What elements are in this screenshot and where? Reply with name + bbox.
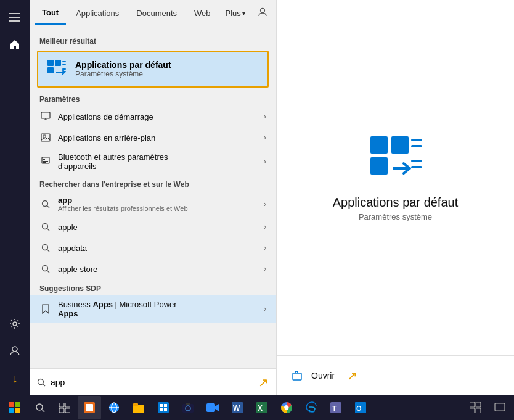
svg-rect-9 bbox=[62, 61, 66, 62]
arrow-right-icon: › bbox=[264, 305, 266, 313]
best-result-icon bbox=[46, 58, 68, 80]
list-item[interactable]: Applications en arrière-plan › bbox=[30, 127, 276, 148]
svg-point-22 bbox=[43, 245, 48, 250]
svg-rect-8 bbox=[55, 60, 61, 66]
start-button[interactable] bbox=[2, 396, 27, 419]
svg-rect-33 bbox=[293, 373, 301, 380]
list-item[interactable]: app Afficher les résultats professionnel… bbox=[30, 191, 276, 216]
svg-rect-40 bbox=[65, 403, 70, 407]
svg-rect-49 bbox=[133, 403, 138, 406]
svg-rect-0 bbox=[9, 13, 20, 14]
tab-documents[interactable]: Documents bbox=[129, 2, 184, 24]
arrow-right-icon: › bbox=[264, 223, 266, 231]
chevron-down-icon: ▾ bbox=[242, 10, 245, 17]
taskbar-apps: W X T O bbox=[78, 396, 462, 419]
svg-rect-36 bbox=[9, 408, 14, 413]
taskbar-paint[interactable] bbox=[78, 396, 101, 419]
svg-rect-72 bbox=[470, 408, 475, 413]
taskbar-chrome[interactable] bbox=[275, 396, 298, 419]
detail-subtitle: Paramètres système bbox=[359, 212, 432, 221]
svg-rect-30 bbox=[411, 160, 422, 162]
tab-applications[interactable]: Applications bbox=[68, 2, 126, 24]
svg-text:W: W bbox=[233, 404, 240, 413]
list-item[interactable]: apple › bbox=[30, 216, 276, 237]
arrow-right-icon: › bbox=[264, 157, 266, 166]
taskbar-camera[interactable] bbox=[176, 396, 200, 419]
detail-title: Applications par défaut bbox=[333, 196, 458, 210]
taskbar-ie[interactable] bbox=[102, 396, 126, 419]
tab-tout[interactable]: Tout bbox=[35, 2, 66, 25]
search-arrow-indicator: ↗ bbox=[258, 375, 269, 390]
detail-actions: Ouvrir ↗ bbox=[277, 356, 514, 395]
person-icon[interactable] bbox=[255, 5, 270, 22]
sidebar-home-icon[interactable] bbox=[2, 32, 27, 57]
tab-web[interactable]: Web bbox=[187, 2, 218, 24]
taskbar-blue-app[interactable] bbox=[152, 396, 175, 419]
svg-rect-35 bbox=[15, 402, 20, 407]
taskbar-task-view[interactable] bbox=[53, 396, 76, 419]
list-item[interactable]: appdata › bbox=[30, 237, 276, 258]
sdp-section-label: Suggestions SDP bbox=[30, 279, 276, 295]
svg-rect-39 bbox=[59, 403, 64, 407]
svg-rect-70 bbox=[470, 402, 475, 407]
svg-rect-74 bbox=[495, 403, 505, 411]
taskbar-zoom[interactable] bbox=[201, 396, 224, 419]
sidebar-user-icon[interactable] bbox=[2, 339, 27, 363]
svg-point-20 bbox=[43, 200, 48, 206]
tabs-bar: Tout Applications Documents Web Plus ▾ ·… bbox=[30, 0, 276, 27]
svg-point-23 bbox=[43, 266, 48, 271]
svg-rect-57 bbox=[186, 403, 190, 405]
svg-point-4 bbox=[12, 347, 17, 352]
svg-point-5 bbox=[260, 8, 264, 12]
taskbar-outlook[interactable]: O bbox=[349, 396, 372, 419]
taskbar-search-icon[interactable] bbox=[28, 396, 52, 419]
taskbar-excel[interactable]: X bbox=[250, 396, 274, 419]
svg-rect-1 bbox=[9, 17, 20, 18]
svg-rect-50 bbox=[158, 402, 169, 413]
search-input[interactable] bbox=[51, 377, 253, 387]
svg-rect-18 bbox=[43, 161, 48, 162]
svg-text:X: X bbox=[258, 404, 263, 413]
taskbar-settings-icon[interactable] bbox=[463, 396, 487, 419]
sidebar-menu-icon[interactable] bbox=[2, 5, 27, 30]
svg-rect-53 bbox=[160, 408, 163, 411]
list-item[interactable]: Business Apps | Microsoft Power Apps › bbox=[30, 295, 276, 323]
sidebar-gear-icon[interactable] bbox=[2, 311, 27, 336]
taskbar-edge[interactable] bbox=[300, 396, 323, 419]
svg-rect-19 bbox=[43, 162, 46, 163]
search-results: Meilleur résultat bbox=[30, 27, 276, 368]
arrow-right-icon: › bbox=[264, 200, 266, 208]
taskbar-right bbox=[463, 396, 512, 419]
tab-plus[interactable]: Plus ▾ bbox=[221, 2, 250, 24]
monitor-icon bbox=[39, 110, 52, 123]
taskbar-explorer[interactable] bbox=[127, 396, 150, 419]
svg-rect-73 bbox=[476, 408, 481, 413]
svg-rect-2 bbox=[9, 20, 20, 22]
list-item[interactable]: apple store › bbox=[30, 258, 276, 279]
search-input-bar: ↗ bbox=[30, 368, 276, 395]
taskbar-desktop-icon[interactable] bbox=[488, 396, 512, 419]
best-result-item[interactable]: Applications par défaut Paramètres systè… bbox=[37, 51, 269, 88]
svg-rect-25 bbox=[370, 136, 388, 154]
svg-rect-26 bbox=[370, 157, 388, 175]
arrow-right-icon: › bbox=[264, 265, 266, 273]
params-section-label: Paramètres bbox=[30, 90, 276, 106]
svg-rect-41 bbox=[59, 408, 64, 413]
list-item[interactable]: Applications de démarrage › bbox=[30, 106, 276, 127]
taskbar-word[interactable]: W bbox=[226, 396, 249, 419]
svg-point-3 bbox=[13, 322, 17, 326]
taskbar-teams[interactable]: T bbox=[324, 396, 348, 419]
detail-app-icon bbox=[368, 134, 423, 186]
open-action[interactable]: Ouvrir ↗ bbox=[292, 366, 499, 385]
svg-rect-15 bbox=[43, 135, 46, 138]
arrow-right-icon: › bbox=[264, 244, 266, 252]
svg-point-21 bbox=[43, 224, 48, 229]
svg-rect-7 bbox=[47, 67, 54, 73]
list-item[interactable]: Bluetooth et autres paramètres d'apparei… bbox=[30, 148, 276, 175]
svg-rect-34 bbox=[9, 402, 14, 407]
image-icon bbox=[39, 131, 52, 144]
open-icon bbox=[292, 369, 304, 382]
svg-rect-55 bbox=[182, 404, 194, 413]
search-icon bbox=[39, 221, 52, 233]
svg-rect-29 bbox=[411, 145, 422, 147]
